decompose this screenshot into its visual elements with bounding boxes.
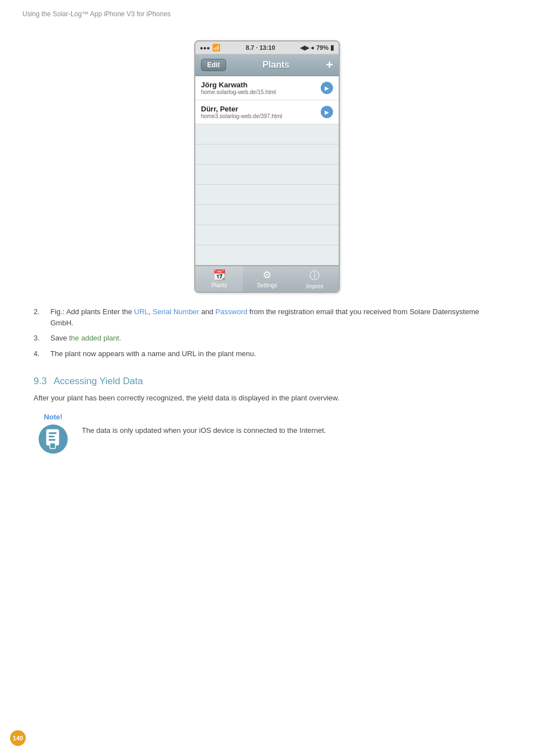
status-right: ◀▶ ● 79% ▮ [300,44,334,52]
add-button[interactable]: + [326,58,333,72]
step-4: 4. The plant now appears with a name and… [34,348,500,360]
svg-rect-3 [49,439,55,441]
note-icon [39,424,68,454]
plant-name-2: Dürr, Peter [201,105,282,113]
page-header: Using the Solar-Log™ App iPhone V3 for i… [0,0,534,24]
page-number-badge: 140 [10,730,26,746]
list-arrow-2: ► [321,106,333,118]
note-box: Note! The data is only updated when your… [34,413,500,454]
status-left: ●●● 📶 [200,44,221,52]
section-heading: 9.3 Accessing Yield Data [34,376,500,387]
empty-row [195,185,339,205]
section-number: 9.3 [34,376,47,387]
save-highlight: the added plant. [69,334,121,342]
phone-mockup: ●●● 📶 8.7 · 13:10 ◀▶ ● 79% ▮ Edit Plants [34,40,500,293]
steps-list: 2. Fig.: Add plants Enter the URL, Seria… [34,306,500,359]
empty-row [195,124,339,144]
note-label: Note! [44,413,62,421]
section-description: After your plant has been correctly reco… [34,393,500,404]
tab-imprint[interactable]: ⓘ Imprint [291,266,339,292]
step-text-2: Fig.: Add plants Enter the URL, Serial N… [50,306,500,328]
tab-imprint-label: Imprint [306,283,324,290]
tab-settings[interactable]: ⚙ Settings [243,266,291,292]
empty-row [195,144,339,165]
empty-row [195,225,339,245]
list-item[interactable]: Dürr, Peter home3.solarlog-web.de/397.ht… [195,100,339,124]
svg-rect-4 [50,443,55,449]
password-highlight: Password [216,307,247,316]
nav-arrows-icon: ◀▶ [300,44,309,52]
status-time: 8.7 · 13:10 [246,44,275,51]
main-content: ●●● 📶 8.7 · 13:10 ◀▶ ● 79% ▮ Edit Plants [0,24,534,476]
tab-plants-label: Plants [212,282,227,288]
imprint-tab-icon: ⓘ [310,269,320,282]
tab-settings-label: Settings [257,282,277,288]
note-left: Note! [34,413,73,454]
battery-icon: ▮ [330,44,334,52]
status-bar: ●●● 📶 8.7 · 13:10 ◀▶ ● 79% ▮ [195,41,339,54]
settings-tab-icon: ⚙ [263,269,271,281]
plants-tab-icon: 📆 [213,269,226,281]
step-num-4: 4. [34,348,50,360]
plant-name-1: Jörg Karwath [201,81,276,89]
svg-rect-2 [49,436,54,437]
battery-text: 79% [316,44,329,51]
empty-row [195,245,339,265]
wifi-icon: 📶 [212,44,221,52]
list-arrow-1: ► [321,82,333,94]
edit-button[interactable]: Edit [201,59,226,71]
tab-bar: 📆 Plants ⚙ Settings ⓘ Imprint [195,265,339,292]
signal-icon: ●●● [200,45,210,51]
step-text-4: The plant now appears with a name and UR… [50,348,500,360]
empty-row [195,165,339,185]
step-num-3: 3. [34,333,50,344]
note-text: The data is only updated when your iOS d… [82,413,326,436]
empty-row [195,205,339,225]
iphone-frame: ●●● 📶 8.7 · 13:10 ◀▶ ● 79% ▮ Edit Plants [194,40,340,293]
step-num-2: 2. [34,306,50,328]
step-3: 3. Save the added plant. [34,333,500,344]
step-2: 2. Fig.: Add plants Enter the URL, Seria… [34,306,500,328]
section-title: Accessing Yield Data [54,376,143,387]
plant-url-1: home.solarlog-web.de/15.html [201,89,276,95]
plants-list: Jörg Karwath home.solarlog-web.de/15.htm… [195,76,339,124]
step-text-3: Save the added plant. [50,333,500,344]
url-highlight: URL [134,307,149,316]
serial-highlight: Serial Number [153,307,199,316]
plant-url-2: home3.solarlog-web.de/397.html [201,113,282,119]
location-icon: ● [311,44,315,51]
nav-bar: Edit Plants + [195,54,339,76]
list-item[interactable]: Jörg Karwath home.solarlog-web.de/15.htm… [195,76,339,100]
empty-rows [195,124,339,265]
nav-title: Plants [263,60,289,70]
tab-plants[interactable]: 📆 Plants [195,266,243,292]
svg-rect-1 [49,432,57,434]
